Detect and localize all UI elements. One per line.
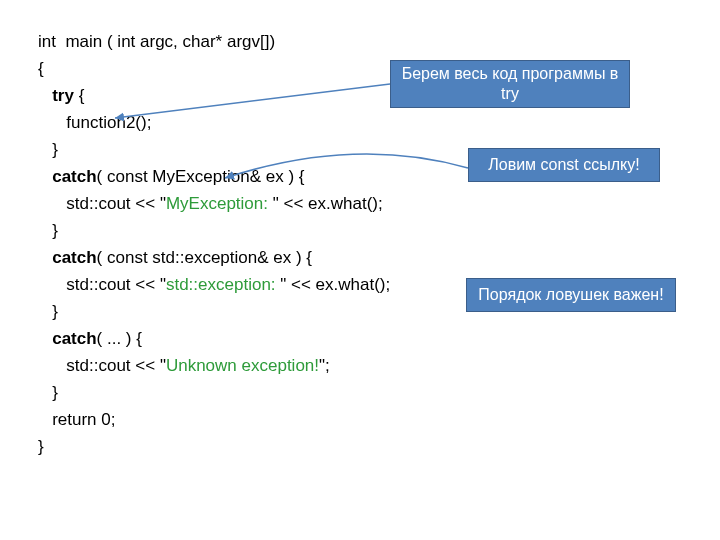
string-literal: Unknown exception!	[166, 356, 319, 375]
code-text: " << ex.what();	[280, 275, 390, 294]
callout-text: Ловим const ссылку!	[488, 155, 639, 175]
code-line: }	[38, 140, 58, 159]
keyword-try: try	[52, 86, 74, 105]
code-text: " << ex.what();	[273, 194, 383, 213]
code-text: std::cout << "	[38, 194, 166, 213]
code-text: {	[74, 86, 84, 105]
code-block: int main ( int argc, char* argv[]) { try…	[38, 28, 390, 460]
code-text: std::cout << "	[38, 356, 166, 375]
keyword-catch: catch	[52, 248, 96, 267]
code-text: ( ... ) {	[97, 329, 142, 348]
code-text: ( const MyException& ex ) {	[97, 167, 305, 186]
code-text: std::cout << "	[38, 275, 166, 294]
code-line: }	[38, 437, 44, 456]
string-literal: std::exception:	[166, 275, 280, 294]
callout-try: Берем весь код программы в try	[390, 60, 630, 108]
keyword-catch: catch	[52, 329, 96, 348]
code-line: }	[38, 383, 58, 402]
callout-const-ref: Ловим const ссылку!	[468, 148, 660, 182]
slide: int main ( int argc, char* argv[]) { try…	[0, 0, 720, 540]
code-line: return 0;	[38, 410, 115, 429]
code-text: ( const std::exception& ex ) {	[97, 248, 312, 267]
callout-order: Порядок ловушек важен!	[466, 278, 676, 312]
code-text: ";	[319, 356, 330, 375]
string-literal: MyException:	[166, 194, 273, 213]
code-line: }	[38, 221, 58, 240]
code-line: }	[38, 302, 58, 321]
callout-text: Берем весь код программы в try	[397, 64, 623, 104]
code-line: {	[38, 59, 44, 78]
code-line: int main ( int argc, char* argv[])	[38, 32, 275, 51]
callout-text: Порядок ловушек важен!	[478, 285, 663, 305]
code-line: function2();	[38, 113, 151, 132]
keyword-catch: catch	[52, 167, 96, 186]
